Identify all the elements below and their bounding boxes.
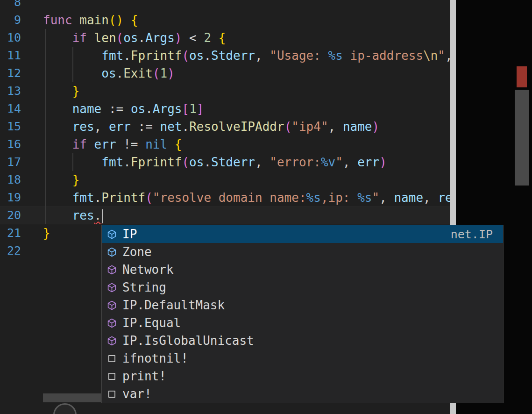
code-text: res, err := net.ResolveIPAddr("ip4", nam… (21, 118, 450, 136)
code-line-9[interactable]: 9func main() { (0, 11, 450, 29)
suggest-item-ip-equal[interactable]: IP.Equal (102, 314, 503, 332)
code-token: if (72, 31, 87, 45)
line-number[interactable]: 17 (0, 153, 21, 171)
suggest-item-ifnotnil[interactable]: ifnotnil! (102, 350, 503, 367)
code-token: { (131, 13, 138, 27)
code-line-13[interactable]: 13 } (0, 82, 450, 100)
code-token: ) (175, 31, 182, 45)
code-token (43, 208, 72, 222)
code-token: , (379, 191, 394, 205)
text-cursor (102, 209, 103, 223)
suggest-item-ip[interactable]: IPnet.IP (102, 225, 503, 243)
code-token: } (72, 84, 80, 98)
line-number[interactable]: 20 (0, 207, 21, 224)
code-token: \n (423, 49, 438, 63)
code-line-12[interactable]: 12 os.Exit(1) (0, 64, 450, 82)
line-number[interactable]: 12 (0, 64, 21, 82)
suggest-item-zone[interactable]: Zone (102, 243, 503, 261)
suggest-label: IP (122, 225, 137, 243)
code-line-17[interactable]: 17 fmt.Fprintf(os.Stderr, "error:%v", er… (0, 153, 450, 171)
line-number[interactable]: 16 (0, 136, 21, 153)
horizontal-scrollbar-thumb[interactable] (43, 393, 101, 402)
symbol-method-icon (107, 318, 117, 328)
code-token: , (255, 155, 270, 169)
code-line-11[interactable]: 11 fmt.Fprintf(os.Stderr, "Usage: %s ip-… (0, 47, 450, 64)
code-token: fmt (101, 49, 123, 63)
code-line-20[interactable]: 20 res. (0, 207, 450, 224)
vertical-scrollbar-thumb[interactable] (515, 90, 529, 186)
code-token: if (72, 137, 87, 151)
line-number[interactable]: 19 (0, 189, 21, 207)
suggest-item-var[interactable]: var! (102, 385, 503, 403)
code-token: . (94, 208, 102, 222)
code-token: ( (153, 66, 160, 80)
code-token: os (101, 66, 116, 80)
code-token (211, 31, 219, 45)
line-number[interactable]: 15 (0, 118, 21, 136)
code-token: err (357, 155, 379, 169)
code-token: . (145, 102, 153, 116)
code-token: " (335, 155, 343, 169)
code-text: os.Exit(1) (21, 64, 450, 82)
code-token: fmt (101, 155, 123, 169)
code-token: name (72, 102, 102, 116)
code-text: name := os.Args[1] (21, 100, 450, 118)
code-token: "ip4" (291, 120, 328, 134)
code-token: Fprintf (131, 49, 182, 63)
suggest-item-ip-defaultmask[interactable]: IP.DefaultMask (102, 296, 503, 314)
floating-button[interactable] (53, 403, 77, 414)
code-token: %s (328, 49, 343, 63)
code-token: "error: (270, 155, 321, 169)
code-token: , (445, 49, 450, 63)
code-token (87, 137, 94, 151)
symbol-method-icon (107, 336, 117, 346)
code-line-8[interactable]: 8 (0, 0, 450, 11)
code-token: , (94, 120, 109, 134)
code-token (43, 120, 72, 134)
suggest-label: IP.Equal (122, 314, 181, 332)
line-number[interactable]: 9 (0, 11, 21, 29)
code-token: [ (182, 102, 189, 116)
code-token: %s (357, 191, 372, 205)
code-token: main (79, 13, 109, 27)
code-line-18[interactable]: 18 } (0, 171, 450, 189)
code-token: " (438, 49, 445, 63)
code-token: err (94, 137, 116, 151)
code-token: Fprintf (131, 155, 182, 169)
suggest-item-network[interactable]: Network (102, 261, 503, 278)
code-token: %v (321, 155, 335, 169)
suggest-item-ip-isglobalunicast[interactable]: IP.IsGlobalUnicast (102, 332, 503, 350)
code-line-10[interactable]: 10 if len(os.Args) < 2 { (0, 29, 450, 47)
code-token (87, 31, 94, 45)
code-token: := (101, 102, 131, 116)
code-line-14[interactable]: 14 name := os.Args[1] (0, 100, 450, 118)
code-token: ResolveIPAddr (189, 120, 284, 134)
snippet-icon (107, 371, 117, 381)
line-number[interactable]: 11 (0, 47, 21, 64)
suggest-label: Zone (122, 243, 152, 261)
line-number[interactable]: 21 (0, 224, 21, 242)
code-text: fmt.Printf("resolve domain name:%s,ip: %… (21, 189, 450, 207)
code-line-16[interactable]: 16 if err != nil { (0, 136, 450, 153)
code-line-19[interactable]: 19 fmt.Printf("resolve domain name:%s,ip… (0, 189, 450, 207)
suggest-list: IPnet.IPZoneNetworkStringIP.DefaultMaskI… (102, 225, 503, 403)
line-number[interactable]: 18 (0, 171, 21, 189)
line-number[interactable]: 14 (0, 100, 21, 118)
code-token: , (343, 155, 357, 169)
code-token: "resolve domain name: (153, 191, 306, 205)
suggest-item-print[interactable]: print! (102, 367, 503, 385)
code-token: ( (182, 155, 189, 169)
line-number[interactable]: 10 (0, 29, 21, 47)
code-token: ip-address (343, 49, 423, 63)
code-token: , (255, 49, 270, 63)
code-token: net (160, 120, 182, 134)
code-line-15[interactable]: 15 res, err := net.ResolveIPAddr("ip4", … (0, 118, 450, 136)
line-number[interactable]: 22 (0, 242, 21, 260)
code-token: nil (145, 137, 167, 151)
line-number[interactable]: 13 (0, 82, 21, 100)
code-token: ( (145, 191, 153, 205)
suggest-item-string[interactable]: String (102, 278, 503, 296)
code-token: } (43, 226, 50, 240)
line-number[interactable]: 8 (0, 0, 21, 11)
code-token: Args (145, 31, 175, 45)
